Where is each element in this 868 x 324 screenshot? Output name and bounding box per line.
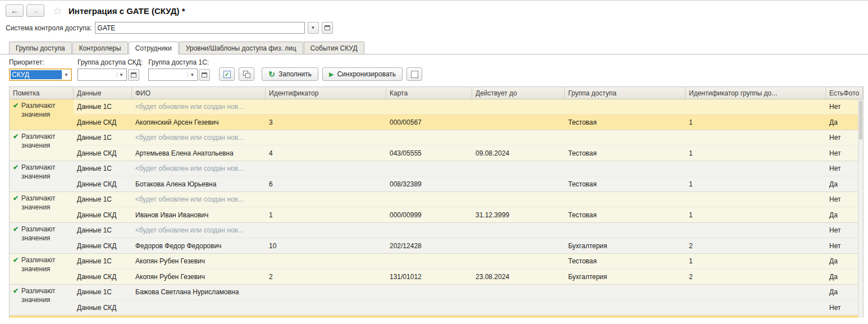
cell-fio[interactable]	[132, 300, 266, 315]
cell-access-group[interactable]	[565, 99, 686, 114]
cell-fio[interactable]: Федоров Федор Федорович	[132, 238, 266, 253]
column-header[interactable]: Идентификатор	[266, 87, 386, 99]
checkbox-checked-icon[interactable]: ✔	[13, 287, 19, 295]
cell-valid-until[interactable]	[472, 130, 565, 145]
system-field-input[interactable]	[95, 22, 305, 34]
cell-group-identifier[interactable]: 1	[686, 207, 826, 222]
tab[interactable]: Уровни/Шаблоны доступа физ. лиц	[179, 42, 303, 54]
favorite-star-icon[interactable]: ☆	[53, 6, 62, 16]
cell-identifier[interactable]	[266, 192, 386, 207]
table-row[interactable]: Данные 1С<будет обновлен или создан нов.…	[74, 99, 863, 115]
cell-fio[interactable]: Иванов Иван Иванович	[132, 207, 266, 222]
cell-card[interactable]	[386, 99, 472, 114]
cell-fio[interactable]: Ботакова Алена Юрьевна	[132, 176, 266, 191]
cell-source[interactable]: Данные 1С	[74, 285, 132, 299]
cell-valid-until[interactable]: 09.08.2024	[472, 145, 565, 161]
cell-card[interactable]	[386, 161, 472, 176]
scrollbar-thumb[interactable]	[859, 101, 862, 140]
tab[interactable]: Сотрудники	[129, 42, 179, 54]
cell-group-identifier[interactable]	[686, 161, 826, 176]
employee-row-pair[interactable]: ✔Различают значенияДанные 1С<будет обнов…	[10, 192, 863, 223]
table-row[interactable]: Данные 1С<будет обновлен или создан нов.…	[74, 223, 863, 238]
cell-valid-until[interactable]	[472, 192, 565, 207]
table-row[interactable]: Данные СКДАкопянский Арсен Гезевич3000/0…	[74, 115, 863, 130]
cell-fio[interactable]: <будет обновлен или создан нов...	[132, 99, 266, 114]
cell-source[interactable]: Данные СКД	[74, 145, 132, 161]
table-row[interactable]: Данные 1С<будет обновлен или создан нов.…	[74, 130, 863, 145]
cell-valid-until[interactable]	[472, 238, 565, 253]
cell-access-group[interactable]: Бухгалтерия	[565, 238, 686, 253]
cell-group-identifier[interactable]: 2	[686, 269, 826, 284]
cell-access-group[interactable]: Тестовая	[565, 254, 686, 268]
group-1c-open-button[interactable]	[199, 69, 210, 81]
column-header[interactable]: ФИО	[132, 87, 266, 99]
cell-identifier[interactable]: 1	[266, 207, 386, 222]
cell-valid-until[interactable]: 23.08.2024	[472, 269, 565, 284]
back-button[interactable]: ←	[6, 4, 24, 17]
cell-source[interactable]: Данные 1С	[74, 192, 132, 207]
cell-access-group[interactable]: Бухгалтерия	[565, 269, 686, 284]
mark-cell[interactable]: ✔Различают значения	[10, 161, 74, 191]
mark-cell[interactable]: ✔Различают значения	[10, 223, 74, 253]
cell-group-identifier[interactable]: 1	[686, 254, 826, 268]
cell-source[interactable]: Данные СКД	[74, 269, 132, 284]
copy-button[interactable]	[239, 67, 254, 81]
table-row[interactable]: Данные 1СБажова Светлана НурисламовнаДа	[74, 285, 863, 300]
cell-source[interactable]: Данные 1С	[74, 223, 132, 238]
checkbox-checked-icon[interactable]: ✔	[13, 163, 19, 171]
cell-identifier[interactable]: 3	[266, 115, 386, 130]
cell-source[interactable]: Данные СКД	[74, 115, 132, 130]
table-row[interactable]: Данные 1САкопян Рубен ГезевичТестовая1Да	[74, 254, 863, 269]
table-row[interactable]: Данные СКДИванов Иван Иванович1000/00999…	[74, 207, 863, 222]
cell-access-group[interactable]	[565, 130, 686, 145]
cell-card[interactable]: 000/00567	[386, 115, 472, 130]
cell-source[interactable]: Данные СКД	[74, 238, 132, 253]
cell-fio[interactable]: Акопян Рубен Гезевич	[132, 269, 266, 284]
cell-identifier[interactable]	[266, 254, 386, 268]
cell-fio[interactable]: <будет обновлен или создан нов...	[132, 192, 266, 207]
column-header[interactable]: Карта	[386, 87, 472, 99]
cell-valid-until[interactable]	[472, 285, 565, 299]
cell-fio[interactable]: Акопянский Арсен Гезевич	[132, 115, 266, 130]
table-row[interactable]: Данные 1С<будет обновлен или создан нов.…	[74, 192, 863, 207]
employee-row-pair[interactable]: ✔Различают значенияДанные 1С<будет обнов…	[10, 223, 863, 254]
cell-source[interactable]: Данные 1С	[74, 130, 132, 145]
cell-card[interactable]	[386, 285, 472, 299]
checkbox-checked-icon[interactable]: ✔	[13, 256, 19, 264]
cell-fio[interactable]: <будет обновлен или создан нов...	[132, 223, 266, 238]
column-header[interactable]: Пометка	[10, 87, 74, 99]
cell-source[interactable]: Данные СКД	[74, 176, 132, 191]
table-row[interactable]: Данные СКДНет	[74, 300, 863, 315]
cell-card[interactable]	[386, 130, 472, 145]
cell-identifier[interactable]: 4	[266, 145, 386, 161]
cell-group-identifier[interactable]	[686, 285, 826, 299]
cell-valid-until[interactable]	[472, 99, 565, 114]
cell-access-group[interactable]: Тестовая	[565, 176, 686, 191]
cell-valid-until[interactable]	[472, 161, 565, 176]
cell-source[interactable]: Данные СКД	[74, 300, 132, 315]
mark-cell[interactable]: ✔Различают значения	[10, 192, 74, 222]
cell-group-identifier[interactable]	[686, 130, 826, 145]
checkbox-checked-icon[interactable]: ✔	[13, 133, 19, 140]
cell-source[interactable]: Данные 1С	[74, 254, 132, 268]
cell-access-group[interactable]	[565, 285, 686, 299]
cell-group-identifier[interactable]	[686, 300, 826, 315]
cell-access-group[interactable]	[565, 223, 686, 238]
cell-source[interactable]: Данные 1С	[74, 161, 132, 176]
cell-valid-until[interactable]: 31.12.3999	[472, 207, 565, 222]
cell-identifier[interactable]: 10	[266, 238, 386, 253]
cell-group-identifier[interactable]: 2	[686, 238, 826, 253]
system-field-open-button[interactable]	[322, 22, 333, 34]
employee-row-pair[interactable]: ✔Различают значенияДанные 1С<будет обнов…	[10, 99, 863, 130]
checkbox-checked-icon[interactable]: ✔	[13, 194, 19, 202]
tab[interactable]: Контроллеры	[72, 42, 128, 54]
column-header[interactable]: Действует до	[472, 87, 565, 99]
cell-fio[interactable]: Артемьева Елена Анатольевна	[132, 145, 266, 161]
cell-valid-until[interactable]	[472, 176, 565, 191]
cell-group-identifier[interactable]: 1	[686, 115, 826, 130]
cell-fio[interactable]: <будет обновлен или создан нов...	[132, 161, 266, 176]
cell-identifier[interactable]	[266, 223, 386, 238]
mark-cell[interactable]: ✔Различают значения	[10, 254, 74, 284]
table-row[interactable]: Данные СКДБотакова Алена Юрьевна6008/323…	[74, 176, 863, 191]
cell-source[interactable]: Данные 1С	[74, 99, 132, 114]
